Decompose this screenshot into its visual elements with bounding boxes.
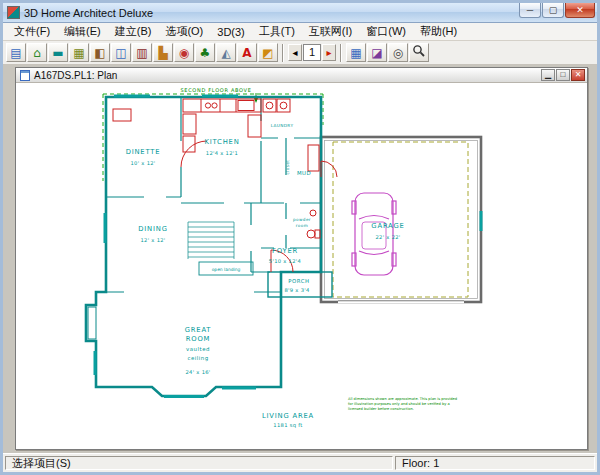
hutch	[113, 109, 131, 121]
garage-door-swing	[321, 161, 337, 177]
window-title: 3D Home Architect Deluxe	[24, 7, 519, 19]
toolbar-separator	[282, 44, 284, 62]
menu-help[interactable]: 帮助(H)	[413, 22, 464, 41]
cabinet-tool-button[interactable]: ▥	[132, 43, 152, 62]
floor-prev-button[interactable]: ◂	[288, 44, 302, 61]
view-3d-icon: ◪	[368, 45, 386, 61]
camera-view-icon: ◎	[389, 45, 407, 61]
dims-garage: 22' x 22'	[375, 234, 400, 240]
floor-spinner[interactable]: 1	[303, 44, 321, 61]
powder-sink	[310, 210, 316, 216]
room-labels: DINETTE 10' x 12' KITCHEN 12'4 x 12'1 LA…	[126, 123, 405, 429]
floor-plan: SECOND FLOOR ABOVE	[16, 83, 587, 449]
door-tool-icon: ◧	[91, 45, 109, 61]
menu-window[interactable]: 窗口(W)	[359, 22, 413, 41]
label-great-3: vaulted	[186, 346, 210, 352]
label-kitchen: KITCHEN	[204, 138, 239, 146]
fixtures	[113, 99, 337, 272]
refrigerator	[183, 114, 196, 134]
stove	[238, 101, 254, 111]
view-3d-button[interactable]: ◪	[367, 43, 387, 62]
label-laundry: LAUNDRY	[271, 123, 294, 128]
magnifier-icon	[412, 44, 426, 58]
plant-tool-button[interactable]: ♣	[195, 43, 215, 62]
plan-view-button[interactable]: ▦	[346, 43, 366, 62]
fireplace	[88, 307, 96, 339]
svg-text:licensed builder before constr: licensed builder before construction.	[348, 407, 414, 411]
label-open-landing: open landing	[212, 267, 241, 272]
text-tool-icon: A	[238, 45, 256, 61]
second-floor-label: SECOND FLOOR ABOVE	[180, 87, 251, 93]
text-tool-button[interactable]: A	[237, 43, 257, 62]
toilet	[307, 230, 315, 238]
plant-tool-icon: ♣	[196, 45, 214, 61]
porch-outline	[268, 272, 332, 297]
kitchen-door-swing	[181, 141, 207, 167]
menu-options[interactable]: 选项(O)	[158, 22, 210, 41]
label-living-area: LIVING AREA	[262, 412, 314, 420]
close-button[interactable]: ✕	[565, 3, 595, 18]
label-closet: closet	[285, 160, 290, 175]
camera-view-button[interactable]: ◎	[388, 43, 408, 62]
label-powder-1: powder	[293, 217, 311, 222]
minimize-button[interactable]: ─	[519, 3, 541, 18]
menu-file[interactable]: 文件(F)	[7, 22, 57, 41]
garage-walls	[321, 137, 481, 302]
furniture-tool-icon: ▙	[154, 45, 172, 61]
room-tool-button[interactable]: ▦	[69, 43, 89, 62]
roof-tool-button[interactable]: ◭	[216, 43, 236, 62]
menu-3d[interactable]: 3D(3)	[210, 24, 252, 40]
label-garage: GARAGE	[371, 222, 404, 230]
washer	[263, 99, 276, 112]
fixture-tool-button[interactable]: ◉	[174, 43, 194, 62]
palette-button[interactable]: ◩	[258, 43, 278, 62]
mud-bench	[308, 145, 319, 171]
dims-great: 24' x 16'	[185, 369, 210, 375]
mdi-client-area: A167DS.PL1: Plan ▁ □ ✕ SECOND FLOOR ABOV…	[3, 65, 597, 453]
svg-text:for illustration purposes only: for illustration purposes only and shoul…	[348, 402, 450, 406]
menu-tools[interactable]: 工具(T)	[252, 22, 302, 41]
cabinet-tool-icon: ▥	[133, 45, 151, 61]
document-minimize-button[interactable]: ▁	[541, 69, 555, 81]
menu-edit[interactable]: 编辑(E)	[57, 22, 108, 41]
maximize-button[interactable]: ▢	[542, 3, 564, 18]
garage-overhang-outline	[333, 142, 468, 297]
wall-tool-button[interactable]: ▬	[48, 43, 68, 62]
roof-tool-icon: ◭	[217, 45, 235, 61]
new-plan-icon: ▤	[7, 45, 25, 61]
dryer	[277, 99, 290, 112]
window-tool-button[interactable]: ◫	[111, 43, 131, 62]
fixture-tool-icon: ◉	[175, 45, 193, 61]
dims-porch: 8'9 x 3'4	[284, 287, 310, 293]
floor-next-button[interactable]: ▸	[322, 44, 336, 61]
house-builder-button[interactable]: ⌂	[27, 43, 47, 62]
plan-note: All dimensions shown are approximate. Th…	[348, 397, 457, 411]
status-message: 选择项目(S)	[5, 456, 393, 470]
label-dining: DINING	[138, 225, 167, 233]
menu-bar: 文件(F) 编辑(E) 建立(B) 选项(O) 3D(3) 工具(T) 互联网(…	[3, 23, 597, 41]
plan-view-icon: ▦	[347, 45, 365, 61]
zoom-button[interactable]	[409, 43, 429, 62]
room-tool-icon: ▦	[70, 45, 88, 61]
furniture-tool-button[interactable]: ▙	[153, 43, 173, 62]
house-builder-icon: ⌂	[28, 45, 46, 61]
app-window: 3D Home Architect Deluxe ─ ▢ ✕ 文件(F) 编辑(…	[0, 0, 600, 475]
title-bar[interactable]: 3D Home Architect Deluxe ─ ▢ ✕	[3, 3, 597, 23]
plan-document-window: A167DS.PL1: Plan ▁ □ ✕ SECOND FLOOR ABOV…	[15, 67, 588, 450]
menu-build[interactable]: 建立(B)	[108, 22, 159, 41]
dims-kitchen: 12'4 x 12'1	[206, 150, 238, 156]
label-great-1: GREAT	[185, 326, 212, 334]
palette-icon: ◩	[259, 45, 277, 61]
door-tool-button[interactable]: ◧	[90, 43, 110, 62]
document-close-button[interactable]: ✕	[571, 69, 585, 81]
wall-tool-icon: ▬	[49, 45, 67, 61]
dims-dining: 12' x 12'	[140, 237, 165, 243]
window-controls: ─ ▢ ✕	[519, 3, 595, 18]
toolbar-separator	[340, 44, 342, 62]
dims-dinette: 10' x 12'	[130, 160, 155, 166]
menu-internet[interactable]: 互联网(I)	[302, 22, 359, 41]
document-title-bar[interactable]: A167DS.PL1: Plan ▁ □ ✕	[16, 68, 587, 83]
new-plan-button[interactable]: ▤	[6, 43, 26, 62]
document-maximize-button[interactable]: □	[556, 69, 570, 81]
floor-plan-canvas[interactable]: SECOND FLOOR ABOVE	[16, 83, 587, 449]
